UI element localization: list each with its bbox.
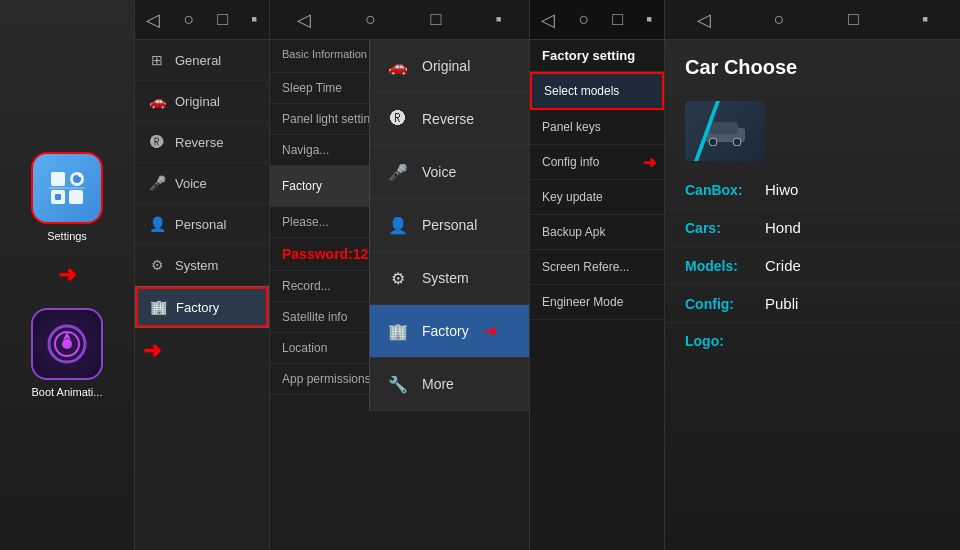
menu-label-general: General	[175, 53, 221, 68]
factory-item-config-info[interactable]: Config info ➜	[530, 145, 664, 180]
settings-app[interactable]: Settings	[31, 152, 103, 242]
config-info-label: Config info	[542, 155, 599, 169]
menu-label-reverse: Reverse	[175, 135, 223, 150]
panel4-nav-bar: ◁ ○ □ ▪	[530, 0, 664, 40]
panel5-back-icon[interactable]: ◁	[697, 9, 711, 31]
app-grid-panel: Settings ➜ Boot Animati...	[0, 0, 135, 550]
panel3-home-icon[interactable]: ○	[365, 9, 376, 30]
overlay-label-original: Original	[422, 58, 470, 74]
arrow-indicator-1: ➜	[58, 262, 76, 288]
overlay-item-system[interactable]: ⚙ System	[370, 252, 529, 305]
panel3-recents-icon[interactable]: □	[430, 9, 441, 30]
overlay-item-more[interactable]: 🔧 More	[370, 358, 529, 411]
menu-item-system[interactable]: ⚙ System	[135, 245, 269, 286]
overlay-item-factory[interactable]: 🏢 Factory ➜	[370, 305, 529, 358]
overlay-item-personal[interactable]: 👤 Personal	[370, 199, 529, 252]
overlay-item-reverse[interactable]: 🅡 Reverse	[370, 93, 529, 146]
panel3-back-icon[interactable]: ◁	[297, 9, 311, 31]
menu-item-reverse[interactable]: 🅡 Reverse	[135, 122, 269, 163]
settings-icon-container[interactable]	[31, 152, 103, 224]
svg-rect-4	[55, 194, 61, 200]
overlay-label-voice: Voice	[422, 164, 456, 180]
key-update-label: Key update	[542, 190, 603, 204]
overlay-mic-icon: 🎤	[384, 158, 412, 186]
factory-item-backup-apk[interactable]: Backup Apk	[530, 215, 664, 250]
menu-label-voice: Voice	[175, 176, 207, 191]
factory-setting-title: Factory setting	[530, 40, 664, 72]
factory-setting-panel: ◁ ○ □ ▪ Factory setting Select models Pa…	[530, 0, 665, 550]
building-icon: 🏢	[148, 297, 168, 317]
car-thumbnail	[685, 101, 765, 161]
menu-item-original[interactable]: 🚗 Original	[135, 81, 269, 122]
overlay-item-original[interactable]: 🚗 Original	[370, 40, 529, 93]
cars-key: Cars:	[685, 220, 765, 236]
overlay-label-factory: Factory	[422, 323, 469, 339]
factory-item-key-update[interactable]: Key update	[530, 180, 664, 215]
canbox-key: CanBox:	[685, 182, 765, 198]
cars-row: Cars: Hond	[665, 209, 960, 247]
car-choose-panel: ◁ ○ □ ▪ Car Choose CanBox: Hiwo Cars: Ho…	[665, 0, 960, 550]
overlay-person-icon: 👤	[384, 211, 412, 239]
overlay-label-reverse: Reverse	[422, 111, 474, 127]
factory-item-panel-keys[interactable]: Panel keys	[530, 110, 664, 145]
overlay-item-voice[interactable]: 🎤 Voice	[370, 146, 529, 199]
boot-animation-app-icon	[45, 322, 89, 366]
panel-keys-label: Panel keys	[542, 120, 601, 134]
reverse-icon: 🅡	[147, 132, 167, 152]
logo-key: Logo:	[685, 333, 765, 349]
back-icon[interactable]: ◁	[146, 9, 160, 31]
svg-point-11	[62, 339, 72, 349]
logo-row: Logo:	[665, 323, 960, 359]
cars-value: Hond	[765, 219, 940, 236]
factory-item-engineer-mode[interactable]: Engineer Mode	[530, 285, 664, 320]
person-icon: 👤	[147, 214, 167, 234]
overlay-wrench-icon: 🔧	[384, 370, 412, 398]
overlay-label-system: System	[422, 270, 469, 286]
boot-animation-app[interactable]: Boot Animati...	[31, 308, 103, 398]
panel4-recents-icon[interactable]: □	[612, 9, 623, 30]
panel2-nav-bar: ◁ ○ □ ▪	[135, 0, 269, 40]
panel4-back-icon[interactable]: ◁	[541, 9, 555, 31]
car-choose-title: Car Choose	[665, 40, 960, 91]
svg-point-7	[78, 173, 82, 177]
factory-item-screen-reference[interactable]: Screen Refere...	[530, 250, 664, 285]
svg-point-15	[733, 138, 741, 146]
overlay-building-icon: 🏢	[384, 317, 412, 345]
home-icon[interactable]: ○	[183, 9, 194, 30]
recents-icon[interactable]: □	[217, 9, 228, 30]
panel4-notification-icon: ▪	[646, 9, 652, 30]
settings-app-icon	[45, 166, 89, 210]
panel5-nav-bar: ◁ ○ □ ▪	[665, 0, 960, 40]
factory-item-select-models[interactable]: Select models	[530, 72, 664, 110]
boot-animation-label: Boot Animati...	[32, 386, 103, 398]
gear-icon: ⚙	[147, 255, 167, 275]
overlay-factory-arrow: ➜	[483, 320, 498, 342]
engineer-mode-label: Engineer Mode	[542, 295, 623, 309]
menu-item-general[interactable]: ⊞ General	[135, 40, 269, 81]
panel4-home-icon[interactable]: ○	[578, 9, 589, 30]
backup-apk-label: Backup Apk	[542, 225, 605, 239]
car-icon: 🚗	[147, 91, 167, 111]
menu-item-personal[interactable]: 👤 Personal	[135, 204, 269, 245]
overlay-label-more: More	[422, 376, 454, 392]
menu-item-factory[interactable]: 🏢 Factory	[135, 286, 269, 328]
detail-panel: ◁ ○ □ ▪ Basic Information Sleep Time Pan…	[270, 0, 530, 550]
panel3-nav-bar: ◁ ○ □ ▪	[270, 0, 529, 40]
config-value: Publi	[765, 295, 940, 312]
settings-app-label: Settings	[47, 230, 87, 242]
screen-reference-label: Screen Refere...	[542, 260, 629, 274]
panel5-home-icon[interactable]: ○	[774, 9, 785, 30]
panel3-notification-icon: ▪	[495, 9, 501, 30]
svg-rect-0	[51, 172, 65, 186]
overlay-menu: 🚗 Original 🅡 Reverse 🎤 Voice 👤 Personal …	[369, 40, 529, 411]
menu-item-voice[interactable]: 🎤 Voice	[135, 163, 269, 204]
panel5-recents-icon[interactable]: □	[848, 9, 859, 30]
boot-animation-icon-container[interactable]	[31, 308, 103, 380]
menu-label-personal: Personal	[175, 217, 226, 232]
svg-rect-5	[69, 190, 83, 204]
notification-icon: ▪	[251, 9, 257, 30]
canbox-row: CanBox: Hiwo	[665, 171, 960, 209]
canbox-value: Hiwo	[765, 181, 940, 198]
svg-point-14	[709, 138, 717, 146]
mic-icon: 🎤	[147, 173, 167, 193]
